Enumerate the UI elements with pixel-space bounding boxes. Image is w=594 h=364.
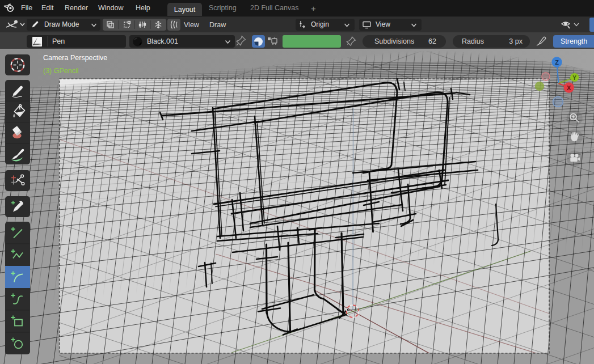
svg-text:X: X (567, 84, 571, 91)
svg-text:Y: Y (572, 75, 576, 81)
svg-text:Z: Z (555, 59, 559, 66)
